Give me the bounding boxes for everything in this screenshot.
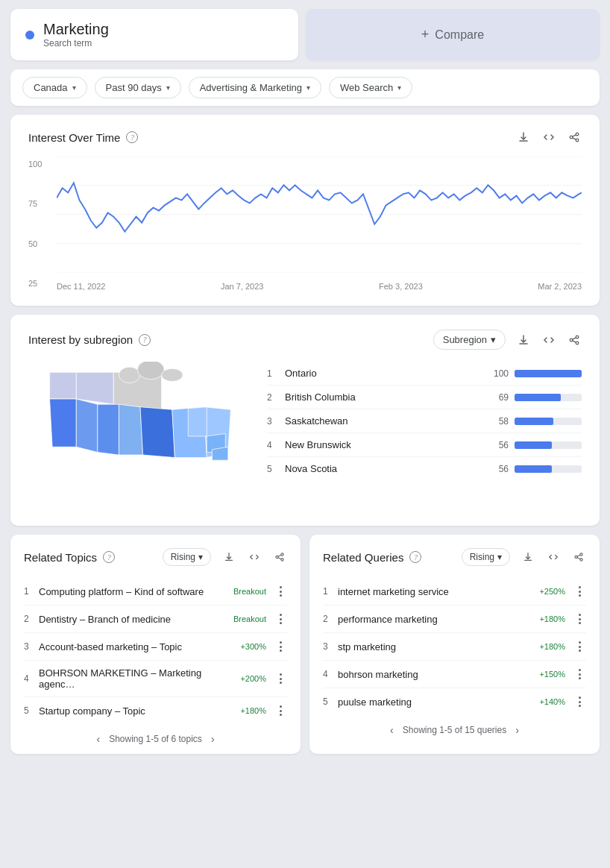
- region-rank: 3: [267, 416, 279, 427]
- code-icon[interactable]: [541, 130, 556, 145]
- more-vert-icon[interactable]: [274, 640, 287, 653]
- query-row: 2 performance marketing +180%: [323, 606, 586, 633]
- region-rank: 5: [267, 464, 279, 474]
- download-icon[interactable]: [516, 130, 531, 145]
- svg-point-29: [281, 559, 283, 561]
- term-dot: [25, 31, 34, 40]
- share-icon[interactable]: [567, 130, 582, 145]
- filter-timerange[interactable]: Past 90 days ▾: [95, 77, 181, 98]
- rising-dropdown-topics[interactable]: Rising ▾: [163, 548, 211, 566]
- prev-page-icon[interactable]: ‹: [96, 733, 100, 745]
- subregion-content: 1 Ontario 100 2 British Columbia 69 3 Sa…: [28, 362, 582, 511]
- region-value: 58: [488, 416, 509, 427]
- topic-rank: 2: [24, 614, 34, 624]
- svg-marker-14: [50, 399, 77, 447]
- prev-page-icon[interactable]: ‹: [390, 724, 394, 736]
- more-vert-icon[interactable]: [274, 585, 287, 598]
- more-vert-icon[interactable]: [274, 612, 287, 626]
- chevron-down-icon: ▾: [306, 84, 310, 92]
- region-bar-track: [515, 465, 582, 473]
- share-icon[interactable]: [567, 333, 582, 347]
- region-name: British Columbia: [285, 391, 482, 403]
- svg-marker-11: [50, 372, 77, 399]
- region-value: 100: [488, 368, 509, 379]
- region-row: 1 Ontario 100: [267, 362, 582, 386]
- filters-row: Canada ▾ Past 90 days ▾ Advertising & Ma…: [10, 69, 600, 106]
- download-icon[interactable]: [521, 550, 535, 564]
- chevron-down-icon: ▾: [491, 334, 496, 345]
- queries-pagination: ‹ Showing 1-5 of 15 queries ›: [323, 724, 586, 736]
- svg-marker-18: [140, 407, 174, 458]
- topic-badge: +300%: [240, 642, 266, 651]
- query-badge: +150%: [539, 670, 565, 679]
- chevron-down-icon: ▾: [198, 552, 203, 562]
- region-bar-track: [515, 441, 582, 449]
- topic-name: Computing platform – Kind of software: [39, 586, 229, 597]
- related-queries-title: Related Queries: [323, 551, 403, 564]
- term-title: Marketing: [43, 21, 109, 38]
- more-vert-icon[interactable]: [573, 667, 586, 681]
- more-vert-icon[interactable]: [573, 612, 586, 626]
- topic-rank: 3: [24, 641, 34, 652]
- region-bar-track: [515, 394, 582, 401]
- topic-row: 1 Computing platform – Kind of software …: [24, 578, 287, 606]
- region-list: 1 Ontario 100 2 British Columbia 69 3 Sa…: [267, 362, 582, 511]
- download-icon[interactable]: [516, 333, 531, 347]
- query-row: 3 stp marketing +180%: [323, 633, 586, 661]
- more-vert-icon[interactable]: [573, 640, 586, 653]
- filter-category[interactable]: Advertising & Marketing ▾: [189, 77, 321, 98]
- query-name: stp marketing: [338, 641, 535, 652]
- rising-dropdown-queries[interactable]: Rising ▾: [462, 548, 510, 566]
- interest-by-subregion-card: Interest by subregion ? Subregion ▾: [10, 315, 600, 526]
- chevron-down-icon: ▾: [166, 84, 170, 92]
- svg-point-0: [576, 133, 579, 136]
- svg-marker-22: [212, 447, 227, 460]
- region-row: 2 British Columbia 69: [267, 386, 582, 409]
- query-badge: +140%: [539, 697, 565, 706]
- more-vert-icon[interactable]: [573, 695, 586, 708]
- download-icon[interactable]: [221, 550, 236, 564]
- query-row: 4 bohrson marketing +150%: [323, 661, 586, 688]
- interest-over-time-header: Interest Over Time ?: [28, 130, 582, 145]
- region-rank: 2: [267, 392, 279, 403]
- next-page-icon[interactable]: ›: [211, 733, 215, 745]
- filter-country[interactable]: Canada ▾: [22, 77, 87, 98]
- query-name: internet marketing service: [338, 586, 535, 597]
- query-row: 1 internet marketing service +250%: [323, 578, 586, 606]
- help-icon[interactable]: ?: [126, 131, 138, 143]
- query-badge: +180%: [539, 614, 565, 623]
- svg-point-2: [576, 139, 579, 142]
- region-name: New Brunswick: [285, 439, 482, 450]
- share-icon[interactable]: [272, 550, 287, 564]
- svg-marker-12: [76, 372, 113, 404]
- svg-marker-16: [98, 404, 119, 455]
- region-value: 56: [488, 464, 509, 474]
- more-vert-icon[interactable]: [573, 585, 586, 598]
- help-icon[interactable]: ?: [103, 551, 115, 563]
- code-icon[interactable]: [247, 550, 262, 564]
- query-rank: 4: [323, 669, 333, 679]
- related-queries-header: Related Queries ? Rising ▾: [323, 548, 586, 566]
- subregion-dropdown[interactable]: Subregion ▾: [433, 330, 506, 350]
- region-name: Nova Scotia: [285, 463, 482, 474]
- region-value: 69: [488, 392, 509, 403]
- interest-over-time-title: Interest Over Time: [28, 131, 120, 144]
- chevron-down-icon: ▾: [72, 84, 76, 92]
- query-name: performance marketing: [338, 614, 535, 625]
- more-vert-icon[interactable]: [274, 704, 287, 717]
- topic-name: Startup company – Topic: [39, 705, 236, 717]
- query-rank: 2: [323, 614, 333, 624]
- help-icon[interactable]: ?: [409, 551, 421, 563]
- share-icon[interactable]: [571, 550, 586, 564]
- region-rank: 1: [267, 368, 279, 379]
- svg-marker-23: [188, 407, 207, 436]
- more-vert-icon[interactable]: [274, 672, 287, 685]
- next-page-icon[interactable]: ›: [515, 724, 519, 736]
- code-icon[interactable]: [541, 333, 556, 347]
- code-icon[interactable]: [546, 550, 561, 564]
- compare-card[interactable]: + Compare: [306, 9, 600, 60]
- svg-point-9: [570, 339, 573, 342]
- help-icon[interactable]: ?: [139, 334, 151, 346]
- filter-searchtype[interactable]: Web Search ▾: [329, 77, 412, 98]
- query-name: bohrson marketing: [338, 669, 535, 680]
